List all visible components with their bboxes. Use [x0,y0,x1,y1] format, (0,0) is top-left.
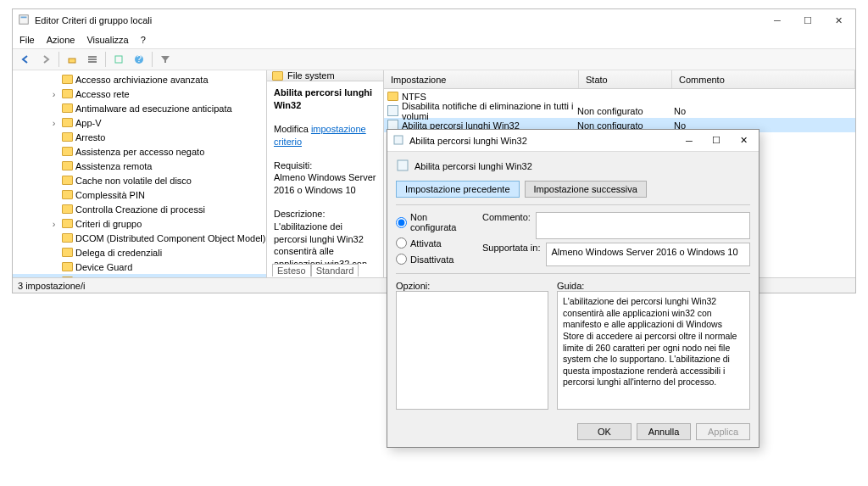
dialog-minimize[interactable]: ─ [676,131,703,150]
forward-button[interactable] [36,50,55,69]
titlebar: Editor Criteri di gruppo locali ─ ☐ ✕ [13,9,855,31]
dialog-icon [392,134,404,148]
up-button[interactable] [63,50,81,69]
support-label: Supportata in: [482,243,541,253]
svg-rect-6 [115,56,122,63]
tree-item[interactable]: Controlla Creazione di processi [13,202,266,216]
folder-icon [62,219,73,228]
prev-setting-button[interactable]: Impostazione precedente [396,181,520,198]
dialog-maximize[interactable]: ☐ [703,131,730,150]
folder-icon [62,176,73,185]
folder-icon [62,75,73,84]
tree-item[interactable]: DCOM (Distributed Component Object Model… [13,231,266,245]
tree-item[interactable]: Arresto [13,130,266,144]
tree-item[interactable]: Cache non volatile del disco [13,173,266,187]
dialog-heading: Abilita percorsi lunghi Win32 [415,161,532,171]
svg-rect-0 [19,15,29,25]
filter-button[interactable] [156,50,175,69]
folder-icon [62,190,73,199]
folder-icon [272,71,283,81]
folder-icon [62,248,73,257]
folder-icon [62,118,73,127]
options-label: Opzioni: [396,281,548,291]
folder-icon [62,233,73,243]
export-button[interactable] [109,50,128,69]
menu-view[interactable]: Visualizza [86,35,128,45]
guide-box: L'abilitazione dei percorsi lunghi Win32… [557,291,750,410]
list-row[interactable]: Disabilita notifiche di eliminazione in … [384,103,855,118]
svg-rect-4 [88,59,97,60]
menubar: File Azione Visualizza ? [13,31,855,48]
toolbar: ? [13,48,855,70]
folder-icon [62,161,73,170]
comment-label: Commento: [482,212,531,239]
apply-button[interactable]: Applica [696,423,750,440]
ok-button[interactable]: OK [577,423,632,440]
help-icon[interactable]: ? [130,50,148,69]
folder-icon [62,89,73,98]
menu-file[interactable]: File [19,35,35,45]
cancel-button[interactable]: Annulla [637,423,691,440]
close-button[interactable]: ✕ [823,10,854,31]
tree-item[interactable]: ›File system [13,274,266,277]
policy-dialog: Abilita percorsi lunghi Win32 ─ ☐ ✕ Abil… [387,129,760,448]
col-commento[interactable]: Commento [672,70,855,88]
dialog-title: Abilita percorsi lunghi Win32 [409,136,527,146]
dialog-close[interactable]: ✕ [730,131,757,150]
tab-standard[interactable]: Standard [311,264,359,277]
comment-textarea[interactable] [536,212,750,239]
radio-non-configurata[interactable]: Non configurata [396,212,472,232]
maximize-button[interactable]: ☐ [793,10,823,31]
setting-title: Abilita percorsi lunghi Win32 [274,87,372,110]
folder-icon [62,103,73,113]
next-setting-button[interactable]: Impostazione successiva [525,181,647,198]
tree-pane[interactable]: Accesso archiviazione avanzata›Accesso r… [13,70,267,277]
tree-item[interactable]: ›Criteri di gruppo [13,216,266,231]
menu-action[interactable]: Azione [47,35,75,45]
options-box [396,291,548,410]
svg-rect-9 [394,136,403,144]
tree-item[interactable]: Assistenza remota [13,159,266,173]
folder-icon [62,204,73,214]
tab-esteso[interactable]: Esteso [272,264,311,277]
minimize-button[interactable]: ─ [762,10,793,31]
folder-icon [62,277,73,277]
tree-item[interactable]: Device Guard [13,260,266,274]
col-stato[interactable]: Stato [579,70,672,88]
folder-icon [62,132,73,142]
col-impostazione[interactable]: Impostazione [384,70,579,88]
folder-icon [62,262,73,271]
guide-label: Guida: [557,281,750,291]
back-button[interactable] [16,50,35,69]
svg-rect-2 [69,59,75,63]
support-text: Almeno Windows Server 2016 o Windows 10 [546,243,751,266]
svg-rect-3 [88,56,97,58]
dialog-setting-icon [396,159,409,174]
app-icon [18,14,30,27]
radio-disattivata[interactable]: Disattivata [396,254,472,265]
svg-rect-5 [88,61,97,63]
tree-item[interactable]: ›App-V [13,115,266,130]
tree-item[interactable]: Complessità PIN [13,187,266,202]
tree-item[interactable]: Delega di credenziali [13,245,266,260]
tree-item[interactable]: Antimalware ad esecuzione anticipata [13,101,266,115]
desc-header-text: File system [287,70,335,81]
folder-icon [62,147,73,156]
window-title: Editor Criteri di gruppo locali [35,15,152,25]
tree-item[interactable]: Accesso archiviazione avanzata [13,72,266,87]
tree-item[interactable]: Assistenza per accesso negato [13,144,266,159]
tree-item[interactable]: ›Accesso rete [13,87,266,101]
menu-help[interactable]: ? [141,35,146,45]
radio-attivata[interactable]: Attivata [396,237,472,249]
description-panel: File system Abilita percorsi lunghi Win3… [267,70,384,277]
svg-rect-1 [21,17,27,19]
svg-rect-10 [398,160,408,170]
svg-text:?: ? [136,54,142,64]
list-button[interactable] [83,50,102,69]
